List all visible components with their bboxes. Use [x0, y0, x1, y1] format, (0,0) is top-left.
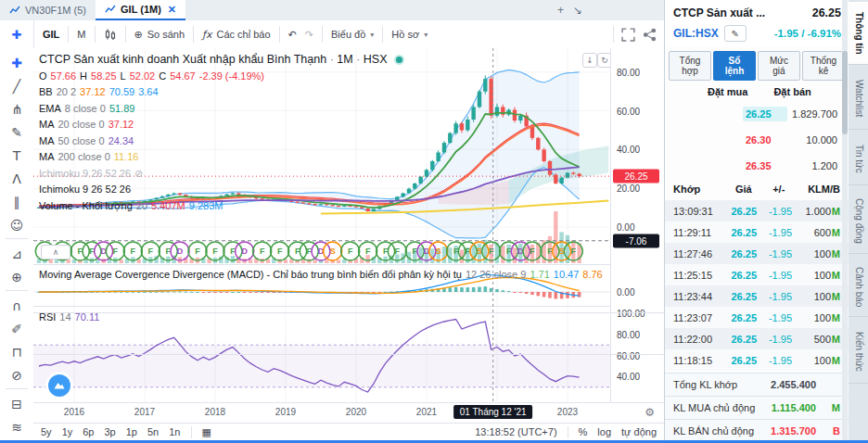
ohlc-row[interactable]: O57.66H58.25L52.02C54.67-2.39 (-4.19%): [39, 69, 404, 85]
ruler-icon[interactable]: ⊿: [4, 243, 30, 265]
svg-text:F: F: [148, 247, 154, 256]
compare-button[interactable]: ⊕ So sánh: [126, 24, 194, 44]
year-tick[interactable]: 2020: [346, 407, 366, 417]
ask-row[interactable]: 26.351.200: [665, 156, 849, 176]
trade-row[interactable]: 11:23:0726.25-1.95100M: [665, 307, 849, 328]
panel-tab-2[interactable]: Sổ lệnh: [713, 51, 756, 81]
symbol-button[interactable]: GIL: [34, 24, 68, 44]
share-icon[interactable]: [643, 28, 657, 42]
candle-style-button[interactable]: [96, 24, 125, 44]
interval-button[interactable]: M: [69, 24, 94, 44]
side-tab-4[interactable]: Cộng đồng: [849, 189, 868, 254]
panel-tab-1[interactable]: Tổng hợp: [669, 51, 711, 81]
time-axis[interactable]: ⚙ 201620172018201920202021202301 Tháng 1…: [33, 402, 664, 424]
range-button-6p[interactable]: 6p: [83, 426, 94, 437]
ma20-row[interactable]: MA20 close 037.12: [39, 117, 404, 133]
ask-row[interactable]: 26.251.829.700: [665, 104, 849, 124]
collapse-legend-button[interactable]: ∧: [41, 245, 70, 259]
add-tab-button[interactable]: +: [557, 4, 564, 17]
edit-symbol-icon[interactable]: ✎: [724, 25, 747, 42]
ma50-row[interactable]: MA50 close 024.34: [39, 133, 404, 150]
year-tick[interactable]: 2017: [134, 407, 155, 417]
gear-icon[interactable]: ⚙: [645, 406, 655, 419]
svg-text:S: S: [436, 247, 441, 256]
chart-tab-vn30f1m-5-[interactable]: VN30F1M (5): [0, 0, 96, 20]
year-tick[interactable]: 2023: [557, 407, 578, 417]
close-tab-icon[interactable]: ✕: [168, 4, 176, 16]
side-tab-6[interactable]: Kiến thức: [849, 321, 868, 384]
text-tool-icon[interactable]: T: [4, 145, 30, 167]
zoom-in-icon[interactable]: ⊕: [4, 266, 30, 288]
redo-button[interactable]: ↷: [305, 24, 322, 44]
trade-row[interactable]: 11:29:1126.25-1.95600M: [665, 222, 849, 243]
chart-area[interactable]: FFFFDFFFFDFFFDFFFFDSFFFFFDSFFSFFDFFSF CT…: [33, 48, 610, 402]
range-button-3p[interactable]: 3p: [105, 426, 116, 437]
trend-line-icon[interactable]: ╱: [4, 75, 30, 97]
trade-row[interactable]: 13:09:3126.25-1.951.000M: [665, 200, 849, 222]
magnet-icon[interactable]: ∩: [4, 295, 30, 317]
chart-tab-gil-1m-[interactable]: GIL (1M)✕: [96, 0, 185, 20]
log-scale-button[interactable]: log: [597, 426, 611, 437]
hide-all-icon[interactable]: ⊘: [4, 364, 30, 386]
chart-tab-label: VN30F1M (5): [25, 5, 86, 16]
lock-all-icon[interactable]: ⊓: [4, 341, 30, 363]
trade-row[interactable]: 11:27:4626.25-1.95100M: [665, 243, 849, 264]
panel-tab-3[interactable]: Mức giá: [758, 51, 800, 81]
panel-tab-4[interactable]: Thống kê: [802, 51, 845, 81]
indicators-button[interactable]: ƒx Các chỉ báo: [194, 24, 278, 44]
pane-separator[interactable]: [33, 354, 664, 355]
ichimoku-hidden-row[interactable]: Ichimoku 9 26 52 26⊘: [39, 166, 404, 183]
layers-icon[interactable]: ≋: [4, 416, 30, 438]
year-tick[interactable]: 2018: [205, 407, 225, 417]
side-tab-1[interactable]: Thông tin: [849, 2, 868, 65]
brush-icon[interactable]: ✎: [4, 121, 30, 144]
trade-row[interactable]: 11:18:1526.25-1.95100M: [665, 349, 849, 371]
trade-row[interactable]: 11:25:1526.25-1.95100M: [665, 264, 849, 285]
crosshair-mode-icon[interactable]: ✚: [0, 20, 34, 48]
percent-scale-button[interactable]: %: [579, 426, 588, 437]
go-to-date-icon[interactable]: ▦: [202, 426, 211, 438]
pane-down-icon[interactable]: ↓: [582, 53, 597, 68]
side-tab-2[interactable]: Watchlist: [849, 69, 868, 130]
side-tab-3[interactable]: Tin tức: [849, 133, 868, 185]
pane-separator[interactable]: [33, 312, 664, 313]
year-tick[interactable]: 2019: [275, 407, 296, 417]
undo-button[interactable]: ↶: [280, 24, 305, 44]
panel-symbol[interactable]: GIL:HSX: [673, 27, 719, 40]
year-tick[interactable]: 2016: [64, 407, 84, 417]
trash-icon[interactable]: ⊟: [4, 393, 30, 415]
clock-label[interactable]: 13:18:52 (UTC+7): [475, 426, 556, 437]
range-button-1n[interactable]: 1n: [169, 426, 180, 437]
ask-price[interactable]: 26.30: [743, 133, 787, 147]
trade-row[interactable]: 11:22:0026.25-1.95500M: [665, 328, 849, 349]
drawing-lock-icon[interactable]: ✐: [4, 318, 30, 340]
emoji-icon[interactable]: ☺: [4, 214, 30, 236]
ichimoku-row[interactable]: Ichimoku 9 26 52 26: [39, 182, 404, 198]
macd-row[interactable]: Moving Average Covergence Divergence (MA…: [39, 267, 606, 284]
price-axis[interactable]: 80.0060.0040.0020.000.000.00100.0080.006…: [610, 48, 665, 402]
bb-row[interactable]: BB20 237.1270.593.64: [39, 84, 404, 101]
ask-price[interactable]: 26.35: [743, 158, 787, 173]
pattern-xabcd-icon[interactable]: Λ: [4, 168, 30, 190]
range-button-5n[interactable]: 5n: [147, 426, 159, 437]
range-button-1p[interactable]: 1p: [126, 426, 137, 437]
ma200-row[interactable]: MA200 close 011.16: [39, 149, 404, 166]
side-tab-5[interactable]: Cảnh báo: [849, 258, 868, 317]
chart-layout-menu[interactable]: Biểu đồ▾: [323, 24, 382, 44]
ask-row[interactable]: 26.3010.000: [665, 130, 849, 150]
ema-row[interactable]: EMA8 close 051.89: [39, 101, 404, 118]
trade-row[interactable]: 11:23:4426.25-1.95100M: [665, 285, 849, 307]
collapse-icon[interactable]: ↘: [573, 4, 582, 17]
parallel-channel-icon[interactable]: ∥: [4, 191, 30, 213]
fullscreen-icon[interactable]: [621, 28, 635, 42]
auto-scale-button[interactable]: tự động: [621, 426, 657, 437]
ask-price[interactable]: 26.25: [743, 107, 787, 121]
panel-scrollbar[interactable]: [842, 0, 848, 443]
pitchfork-icon[interactable]: ⋔: [4, 98, 30, 120]
crosshair-icon[interactable]: ✚: [4, 52, 30, 74]
volume-row[interactable]: Volume - Khối lượng205.407M9.283M: [39, 198, 404, 215]
year-tick[interactable]: 2021: [416, 407, 437, 417]
range-button-1y[interactable]: 1y: [62, 426, 73, 437]
profile-menu[interactable]: Hồ sơ▾: [383, 24, 436, 44]
range-button-5y[interactable]: 5y: [41, 426, 52, 437]
